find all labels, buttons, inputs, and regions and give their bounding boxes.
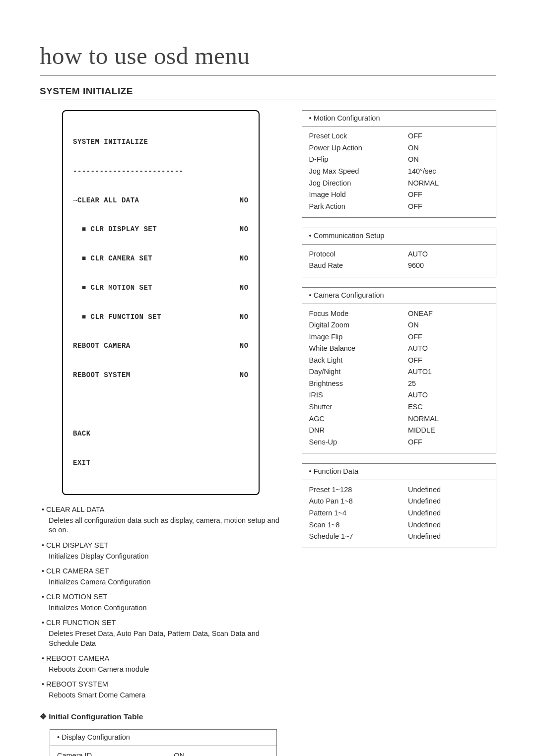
table-row: Back LightOFF — [309, 355, 489, 367]
table-row: AGCNORMAL — [309, 413, 489, 425]
function-data-table: Function Data Preset 1~128Undefined Auto… — [302, 463, 496, 548]
table-row: ShutterESC — [309, 401, 489, 413]
table-row: Pattern 1~4Undefined — [309, 507, 489, 519]
table-row: Jog DirectionNORMAL — [309, 178, 489, 189]
table-row: Digital ZoomON — [309, 319, 489, 331]
table-row: Baud Rate9600 — [309, 260, 489, 272]
desc-body: Deletes all configuration data such as d… — [49, 516, 282, 535]
desc-body: Initializes Display Configuration — [49, 552, 282, 562]
table-row: IRISAUTO — [309, 389, 489, 401]
table-row: Camera IDON — [57, 750, 269, 756]
table-row: Sens-UpOFF — [309, 437, 489, 448]
osd-item: ■ CLR DISPLAY SETNO — [73, 225, 249, 235]
table-row: ProtocolAUTO — [309, 249, 489, 260]
display-config-table: Display Configuration Camera IDON PTZ In… — [50, 729, 277, 756]
table-row: DNRMIDDLE — [309, 425, 489, 437]
osd-item: ■ CLR FUNCTION SETNO — [73, 313, 249, 322]
table-row: Park ActionOFF — [309, 201, 489, 213]
osd-rule: ------------------------- — [73, 167, 249, 177]
motion-config-table: Motion Configuration Preset LockOFF Powe… — [302, 110, 496, 218]
osd-back: BACK — [73, 429, 249, 439]
desc-body: Deletes Preset Data, Auto Pan Data, Patt… — [49, 629, 282, 648]
table-title: Display Configuration — [50, 730, 276, 746]
table-row: Preset 1~128Undefined — [309, 484, 489, 496]
osd-item: →CLEAR ALL DATANO — [73, 196, 249, 206]
osd-menu-box: SYSTEM INITIALIZE ----------------------… — [62, 110, 260, 496]
desc-head: CLEAR ALL DATA — [49, 505, 282, 515]
osd-item: REBOOT SYSTEMNO — [73, 371, 249, 380]
divider — [40, 100, 496, 100]
desc-head: REBOOT CAMERA — [49, 654, 282, 664]
desc-head: CLR MOTION SET — [49, 592, 282, 602]
table-row: Preset LockOFF — [309, 130, 489, 142]
table-row: Image FlipOFF — [309, 331, 489, 343]
table-title: Communication Setup — [302, 228, 496, 245]
desc-body: Initializes Camera Configuration — [49, 577, 282, 587]
osd-item: REBOOT CAMERANO — [73, 341, 249, 351]
table-row: Schedule 1~7Undefined — [309, 531, 489, 543]
table-row: Image HoldOFF — [309, 189, 489, 201]
osd-exit: EXIT — [73, 458, 249, 468]
communication-setup-table: Communication Setup ProtocolAUTO Baud Ra… — [302, 228, 496, 277]
table-row: Scan 1~8Undefined — [309, 519, 489, 531]
camera-config-table: Camera Configuration Focus ModeONEAF Dig… — [302, 287, 496, 453]
table-row: Jog Max Speed140°/sec — [309, 166, 489, 178]
desc-head: REBOOT SYSTEM — [49, 680, 282, 690]
table-row: D-FlipON — [309, 154, 489, 166]
table-title: Camera Configuration — [302, 288, 496, 304]
section-heading: SYSTEM INITIALIZE — [40, 85, 496, 98]
table-row: White BalanceAUTO — [309, 343, 489, 355]
table-row: Brightness25 — [309, 378, 489, 390]
desc-body: Reboots Smart Dome Camera — [49, 691, 282, 700]
subheading: Initial Configuration Table — [40, 712, 282, 722]
desc-body: Initializes Motion Configuration — [49, 603, 282, 613]
table-row: Day/NightAUTO1 — [309, 366, 489, 378]
description-list: CLEAR ALL DATADeletes all configuration … — [40, 505, 282, 700]
table-row: Power Up ActionON — [309, 142, 489, 154]
table-title: Motion Configuration — [302, 111, 496, 127]
desc-body: Reboots Zoom Camera module — [49, 665, 282, 675]
desc-head: CLR CAMERA SET — [49, 567, 282, 576]
table-title: Function Data — [302, 464, 496, 480]
desc-head: CLR FUNCTION SET — [49, 618, 282, 628]
osd-item: ■ CLR MOTION SETNO — [73, 283, 249, 293]
table-row: Focus ModeONEAF — [309, 308, 489, 320]
osd-title: SYSTEM INITIALIZE — [73, 137, 249, 147]
desc-head: CLR DISPLAY SET — [49, 541, 282, 551]
table-row: Auto Pan 1~8Undefined — [309, 496, 489, 507]
osd-item: ■ CLR CAMERA SETNO — [73, 254, 249, 264]
page-title: how to use osd menu — [40, 40, 496, 76]
